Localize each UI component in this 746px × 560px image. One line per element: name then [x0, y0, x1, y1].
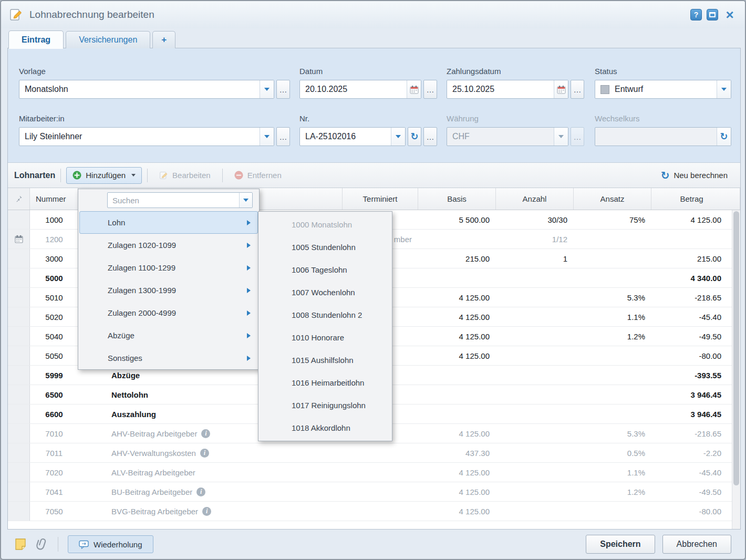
- nr-dropdown-trigger[interactable]: [391, 128, 405, 146]
- chevron-down-icon: [558, 135, 564, 138]
- submenu-item[interactable]: 1006 Tageslohn: [258, 258, 392, 281]
- notes-button[interactable]: [15, 538, 26, 551]
- maximize-button[interactable]: [707, 9, 718, 20]
- cell-ansatz: 5.3%: [574, 288, 651, 307]
- cell-basis: 4 125.00: [418, 288, 496, 307]
- cell-basis: 4 125.00: [418, 307, 496, 326]
- table-row[interactable]: 7050 BVG-Beitrag Arbeitgeber i 4 125.00 …: [8, 502, 740, 521]
- lohnart-name: Abzüge: [111, 371, 140, 380]
- neu-berechnen-button[interactable]: ↻ Neu berechnen: [655, 167, 734, 184]
- cell-betrag: -393.55: [651, 366, 740, 385]
- menu-item[interactable]: Zulagen 1100-1299: [79, 256, 258, 279]
- menu-item[interactable]: Zulagen 1020-1099: [79, 234, 258, 256]
- row-gutter: [8, 288, 30, 307]
- submenu-item[interactable]: 1016 Heimarbeitlohn: [258, 371, 392, 394]
- info-icon[interactable]: i: [201, 429, 210, 438]
- abbrechen-button[interactable]: Abbrechen: [662, 535, 731, 554]
- search-dropdown-trigger[interactable]: [239, 193, 252, 208]
- menu-item[interactable]: Sonstiges: [79, 347, 258, 369]
- submenu-item[interactable]: 1017 Reinigungslohn: [258, 394, 392, 417]
- ellipsis-icon: …: [574, 132, 582, 141]
- zahlungsdatum-value[interactable]: 25.10.2025: [447, 80, 554, 98]
- waehrung-more-button: …: [571, 127, 584, 146]
- datum-more-button[interactable]: …: [423, 80, 437, 99]
- ellipsis-icon: …: [574, 85, 582, 94]
- vorlage-dropdown-trigger[interactable]: [260, 80, 274, 98]
- table-row[interactable]: 7020 ALV-Beitrag Arbeitgeber i 4 125.00 …: [8, 463, 740, 482]
- nr-value[interactable]: LA-25102016: [300, 128, 391, 146]
- submenu-item[interactable]: 1008 Stundenlohn 2: [258, 304, 392, 326]
- zahlungsdatum-calendar-trigger[interactable]: [554, 80, 568, 98]
- menu-item-label: Zulagen 2000-4999: [108, 308, 176, 317]
- zahlungsdatum-more-button[interactable]: …: [571, 80, 584, 99]
- submenu-item[interactable]: 1005 Stundenlohn: [258, 236, 392, 258]
- info-icon[interactable]: i: [196, 488, 205, 496]
- datum-calendar-trigger[interactable]: [407, 80, 421, 98]
- nr-field[interactable]: LA-25102016: [299, 127, 406, 146]
- zahlungsdatum-label: Zahlungsdatum: [447, 67, 584, 76]
- vorlage-more-button[interactable]: …: [276, 80, 290, 99]
- neu-berechnen-label: Neu berechnen: [674, 171, 728, 180]
- datum-value[interactable]: 20.10.2025: [300, 80, 407, 98]
- vorlage-value[interactable]: Monatslohn: [19, 80, 260, 98]
- menu-item[interactable]: Zulagen 1300-1999: [79, 279, 258, 302]
- menu-item[interactable]: Lohn: [79, 211, 258, 234]
- submenu-item-label: 1006 Tageslohn: [292, 265, 347, 274]
- submenu-item[interactable]: 1000 Monatslohn: [258, 213, 392, 236]
- tab[interactable]: +: [152, 31, 175, 48]
- submenu-item[interactable]: 1015 Aushilfslohn: [258, 349, 392, 371]
- zahlungsdatum-field[interactable]: 25.10.2025: [447, 80, 568, 99]
- maximize-icon: [709, 12, 716, 17]
- mitarbeiter-dropdown-trigger[interactable]: [260, 128, 274, 146]
- menu-item[interactable]: Zulagen 2000-4999: [79, 302, 258, 324]
- info-icon[interactable]: i: [200, 449, 209, 458]
- wechselkurs-refresh-trigger[interactable]: ↻: [717, 128, 731, 146]
- table-row[interactable]: 7011 AHV-Verwaltungskosten i 437.30 0.5%…: [8, 443, 740, 463]
- nr-more-button[interactable]: …: [423, 127, 437, 146]
- header-terminiert[interactable]: Terminiert: [343, 188, 418, 210]
- submenu-item-label: 1015 Aushilfslohn: [292, 356, 354, 365]
- menu-item[interactable]: Abzüge: [79, 324, 258, 347]
- mitarbeiter-combobox[interactable]: Lily Steinlehner: [19, 127, 274, 146]
- cell-ansatz: 0.5%: [574, 443, 651, 462]
- hinzufuegen-button[interactable]: Hinzufügen: [66, 167, 142, 184]
- cell-ansatz: [574, 346, 651, 365]
- submenu-item[interactable]: 1007 Wochenlohn: [258, 281, 392, 304]
- menu-search-field[interactable]: Suchen: [107, 192, 253, 208]
- mitarbeiter-value[interactable]: Lily Steinlehner: [19, 128, 260, 146]
- tab[interactable]: Versicherungen: [66, 31, 150, 48]
- cell-anzahl: [496, 366, 574, 385]
- cell-ansatz: [574, 502, 651, 521]
- submenu-item[interactable]: 1010 Honorare: [258, 326, 392, 349]
- cell-betrag: -45.40: [651, 463, 740, 482]
- help-button[interactable]: ?: [690, 9, 702, 20]
- submenu-item[interactable]: 1018 Akkordlohn: [258, 417, 392, 439]
- tab[interactable]: Eintrag: [8, 30, 64, 49]
- close-button[interactable]: ×: [723, 8, 737, 22]
- row-gutter: [8, 268, 30, 287]
- table-row[interactable]: 7041 BU-Beitrag Arbeitgeber i 4 125.00 1…: [8, 482, 740, 502]
- status-combobox[interactable]: Entwurf: [595, 80, 731, 99]
- wiederholung-button[interactable]: Wiederholung: [68, 535, 153, 553]
- info-icon[interactable]: i: [202, 507, 211, 516]
- speichern-button[interactable]: Speichern: [586, 535, 655, 554]
- header-anzahl[interactable]: Anzahl: [496, 188, 574, 210]
- header-basis[interactable]: Basis: [418, 188, 496, 210]
- status-dropdown-trigger[interactable]: [717, 80, 731, 98]
- header-ansatz[interactable]: Ansatz: [574, 188, 651, 210]
- vorlage-combobox[interactable]: Monatslohn: [19, 80, 274, 99]
- vertical-scrollbar[interactable]: [732, 210, 740, 529]
- header-gutter[interactable]: [8, 188, 30, 210]
- bearbeiten-button: Bearbeiten: [153, 167, 217, 184]
- search-placeholder[interactable]: Suchen: [108, 193, 239, 208]
- mitarbeiter-more-button[interactable]: …: [276, 127, 290, 146]
- datum-field[interactable]: 20.10.2025: [299, 80, 421, 99]
- header-nummer[interactable]: Nummer: [30, 188, 78, 210]
- nr-refresh-button[interactable]: ↻: [408, 127, 421, 146]
- cell-nummer: 3000: [30, 249, 78, 268]
- scrollbar-thumb[interactable]: [733, 211, 739, 485]
- mitarbeiter-field-group: Mitarbeiter:in Lily Steinlehner …: [19, 114, 290, 146]
- header-betrag[interactable]: Betrag: [651, 188, 740, 210]
- status-value[interactable]: Entwurf: [609, 80, 717, 98]
- attachments-button[interactable]: [36, 537, 48, 551]
